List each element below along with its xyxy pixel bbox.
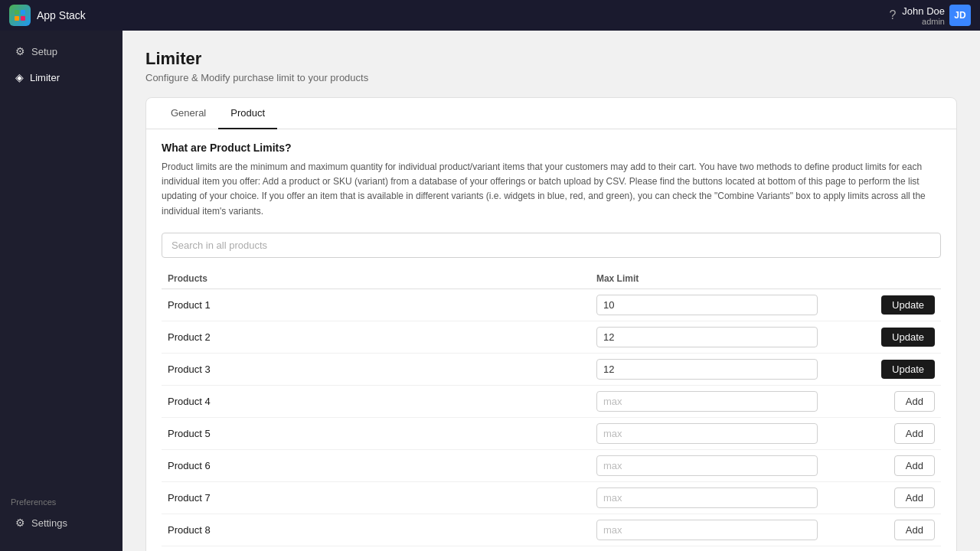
app-logo: [9, 5, 31, 26]
action-cell: Add: [824, 417, 941, 449]
action-cell: Add: [824, 385, 941, 417]
max-limit-cell: [590, 289, 824, 321]
svg-rect-2: [15, 16, 19, 21]
max-limit-cell: [590, 481, 824, 514]
main-content: Limiter Configure & Modify purchase limi…: [122, 31, 980, 551]
action-cell: Update: [824, 321, 941, 353]
tab-product[interactable]: Product: [218, 98, 277, 129]
product-name: Product 3: [162, 353, 590, 385]
user-text: John Doe admin: [902, 5, 945, 26]
sidebar-item-label-settings: Settings: [31, 517, 67, 529]
limiter-icon: ◈: [15, 71, 24, 83]
max-limit-input[interactable]: [596, 391, 818, 412]
user-avatar[interactable]: JD: [949, 5, 971, 26]
sidebar-item-limiter[interactable]: ◈ Limiter: [5, 65, 118, 90]
max-limit-input[interactable]: [596, 487, 818, 508]
product-name: Product 8: [162, 514, 590, 546]
user-name: John Doe: [902, 5, 945, 17]
tabs: General Product: [146, 98, 956, 129]
max-limit-input[interactable]: [596, 423, 818, 444]
action-cell: Add: [824, 514, 941, 546]
table-row: Product 8Add: [162, 514, 941, 546]
product-name: Product 9: [162, 546, 590, 551]
max-limit-cell: [590, 321, 824, 353]
user-role: admin: [902, 17, 945, 26]
max-limit-cell: [590, 385, 824, 417]
max-limit-cell: [590, 353, 824, 385]
add-button[interactable]: Add: [894, 487, 935, 508]
update-button[interactable]: Update: [881, 360, 935, 379]
update-button[interactable]: Update: [881, 328, 935, 347]
sidebar-item-label-setup: Setup: [31, 46, 57, 57]
table-row: Product 3Update: [162, 353, 941, 385]
table-row: Product 9Add: [162, 546, 941, 551]
col-header-products: Products: [162, 269, 590, 289]
product-name: Product 2: [162, 321, 590, 353]
section-description: Product limits are the minimum and maxim…: [162, 160, 941, 219]
tab-general[interactable]: General: [158, 98, 218, 129]
max-limit-input[interactable]: [596, 295, 818, 315]
sidebar-bottom: Preferences ⚙ Settings: [0, 487, 122, 543]
max-limit-input[interactable]: [596, 327, 818, 347]
max-limit-cell: [590, 546, 824, 551]
svg-rect-3: [21, 16, 25, 21]
table-row: Product 4Add: [162, 385, 941, 417]
sidebar-item-label-limiter: Limiter: [30, 72, 60, 83]
add-button[interactable]: Add: [894, 455, 935, 476]
add-button[interactable]: Add: [894, 391, 935, 412]
sidebar-item-setup[interactable]: ⚙ Setup: [5, 39, 118, 64]
action-cell: Add: [824, 449, 941, 481]
max-limit-input[interactable]: [596, 520, 818, 540]
settings-icon: ⚙: [15, 517, 25, 529]
product-table: Products Max Limit Product 1UpdateProduc…: [162, 269, 941, 551]
action-cell: Add: [824, 546, 941, 551]
sidebar-preferences-label: Preferences: [0, 494, 122, 510]
svg-rect-0: [15, 10, 19, 15]
section-title: What are Product Limits?: [162, 142, 941, 154]
max-limit-input[interactable]: [596, 455, 818, 476]
sidebar-item-settings[interactable]: ⚙ Settings: [5, 510, 118, 535]
col-header-action: [824, 269, 941, 289]
svg-rect-1: [21, 10, 25, 15]
max-limit-cell: [590, 417, 824, 449]
table-row: Product 1Update: [162, 289, 941, 321]
add-button[interactable]: Add: [894, 520, 935, 540]
user-info: John Doe admin JD: [902, 5, 971, 26]
search-input[interactable]: [162, 233, 941, 258]
product-name: Product 7: [162, 481, 590, 514]
topnav-right: ? John Doe admin JD: [889, 5, 971, 26]
table-row: Product 7Add: [162, 481, 941, 514]
product-name: Product 4: [162, 385, 590, 417]
add-button[interactable]: Add: [894, 423, 935, 444]
update-button[interactable]: Update: [881, 295, 935, 315]
product-name: Product 1: [162, 289, 590, 321]
setup-icon: ⚙: [15, 45, 25, 57]
topnav-left: App Stack: [9, 5, 86, 26]
action-cell: Update: [824, 353, 941, 385]
card-body: What are Product Limits? Product limits …: [146, 129, 956, 551]
topnav: App Stack ? John Doe admin JD: [0, 0, 980, 31]
col-header-max: Max Limit: [590, 269, 824, 289]
max-limit-cell: [590, 514, 824, 546]
app-name: App Stack: [37, 9, 86, 21]
table-row: Product 6Add: [162, 449, 941, 481]
action-cell: Update: [824, 289, 941, 321]
product-name: Product 6: [162, 449, 590, 481]
action-cell: Add: [824, 481, 941, 514]
product-name: Product 5: [162, 417, 590, 449]
page-subtitle: Configure & Modify purchase limit to you…: [145, 72, 957, 83]
table-row: Product 2Update: [162, 321, 941, 353]
main-card: General Product What are Product Limits?…: [145, 97, 957, 551]
max-limit-input[interactable]: [596, 359, 818, 380]
sidebar: ⚙ Setup ◈ Limiter Preferences ⚙ Settings: [0, 31, 122, 551]
max-limit-cell: [590, 449, 824, 481]
help-icon[interactable]: ?: [889, 8, 896, 22]
page-title: Limiter: [145, 49, 957, 69]
table-row: Product 5Add: [162, 417, 941, 449]
